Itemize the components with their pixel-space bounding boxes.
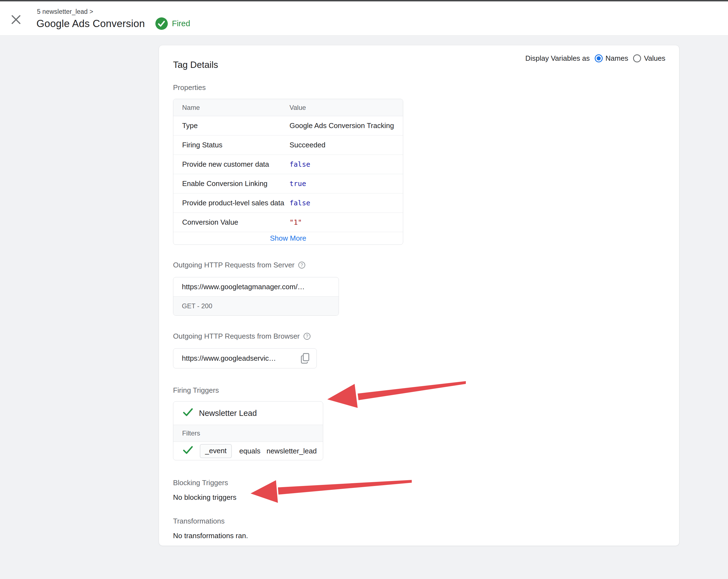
help-icon[interactable]: ? bbox=[298, 261, 306, 269]
status-label: Fired bbox=[172, 19, 190, 28]
trigger-check-icon bbox=[183, 408, 193, 418]
filter-variable-chip: _event bbox=[200, 444, 232, 458]
properties-table: Name Value Type Google Ads Conversion Tr… bbox=[173, 99, 403, 245]
row-value: Succeeded bbox=[289, 141, 403, 149]
svg-text:?: ? bbox=[301, 263, 303, 267]
status-badge: Fired bbox=[155, 17, 190, 30]
table-row: Provide product-level sales data false bbox=[173, 193, 403, 213]
row-value: true bbox=[289, 180, 403, 188]
filter-operator: equals bbox=[239, 447, 261, 455]
row-name: Firing Status bbox=[173, 141, 289, 149]
row-value: false bbox=[289, 199, 403, 207]
trigger-name: Newsletter Lead bbox=[199, 409, 257, 418]
properties-table-header: Name Value bbox=[173, 99, 403, 116]
browser-request-url: https://www.googleadservic… bbox=[182, 354, 297, 363]
copy-icon bbox=[301, 353, 310, 364]
row-name: Provide new customer data bbox=[173, 160, 289, 168]
trigger-name-row: Newsletter Lead bbox=[173, 401, 323, 425]
table-row: Provide new customer data false bbox=[173, 155, 403, 174]
server-requests-heading-text: Outgoing HTTP Requests from Server bbox=[173, 260, 294, 270]
title-row: Google Ads Conversion Fired bbox=[36, 17, 190, 30]
server-request-meta: GET - 200 bbox=[173, 296, 339, 315]
close-icon bbox=[10, 14, 22, 26]
display-variables-label: Display Variables as bbox=[525, 54, 590, 63]
help-icon[interactable]: ? bbox=[303, 333, 311, 340]
filter-check-icon bbox=[183, 446, 193, 456]
firing-triggers-heading: Firing Triggers bbox=[173, 386, 664, 395]
server-request-box: https://www.googletagmanager.com/… GET -… bbox=[173, 277, 339, 316]
show-more-link[interactable]: Show More bbox=[270, 234, 306, 243]
column-header-value: Value bbox=[289, 104, 403, 111]
transformations-heading: Transformations bbox=[173, 516, 664, 526]
column-header-name: Name bbox=[173, 104, 289, 111]
display-variables-control: Display Variables as Names Values bbox=[525, 54, 665, 63]
radio-values[interactable] bbox=[633, 54, 641, 62]
blocking-triggers-empty: No blocking triggers bbox=[173, 493, 664, 502]
filter-condition-row: _event equals newsletter_lead bbox=[173, 442, 323, 460]
row-name: Enable Conversion Linking bbox=[173, 179, 289, 188]
browser-requests-heading-text: Outgoing HTTP Requests from Browser bbox=[173, 332, 300, 341]
row-value: "1" bbox=[289, 218, 403, 226]
transformations-empty: No transformations ran. bbox=[173, 531, 664, 541]
row-name: Conversion Value bbox=[173, 218, 289, 227]
filter-value: newsletter_lead bbox=[266, 447, 317, 455]
page-title: Google Ads Conversion bbox=[36, 18, 145, 29]
firing-trigger-box: Newsletter Lead Filters _event equals ne… bbox=[173, 401, 323, 460]
row-name: Provide product-level sales data bbox=[173, 199, 289, 207]
radio-values-label[interactable]: Values bbox=[644, 54, 665, 63]
server-requests-heading: Outgoing HTTP Requests from Server ? bbox=[173, 260, 664, 270]
table-row: Enable Conversion Linking true bbox=[173, 174, 403, 193]
show-more-row: Show More bbox=[173, 232, 403, 244]
table-row: Type Google Ads Conversion Tracking bbox=[173, 116, 403, 135]
browser-requests-heading: Outgoing HTTP Requests from Browser ? bbox=[173, 332, 664, 341]
tag-detail-header: 5 newsletter_lead > Google Ads Conversio… bbox=[0, 1, 728, 35]
row-value: Google Ads Conversion Tracking bbox=[289, 122, 403, 130]
tag-details-card: Display Variables as Names Values Tag De… bbox=[159, 45, 679, 546]
browser-request-box: https://www.googleadservic… bbox=[173, 348, 317, 368]
server-request-row[interactable]: https://www.googletagmanager.com/… bbox=[173, 278, 339, 296]
window-top-edge bbox=[0, 0, 728, 1]
blocking-triggers-heading: Blocking Triggers bbox=[173, 478, 664, 488]
properties-heading: Properties bbox=[173, 83, 664, 92]
row-name: Type bbox=[173, 122, 289, 130]
table-row: Conversion Value "1" bbox=[173, 213, 403, 232]
server-request-url: https://www.googletagmanager.com/… bbox=[182, 283, 333, 291]
fired-check-icon bbox=[155, 17, 168, 30]
close-button[interactable] bbox=[10, 14, 22, 26]
breadcrumb[interactable]: 5 newsletter_lead > bbox=[37, 8, 93, 16]
row-value: false bbox=[289, 160, 403, 168]
filters-header-row: Filters bbox=[173, 425, 323, 442]
radio-names-label[interactable]: Names bbox=[605, 54, 628, 63]
browser-request-row[interactable]: https://www.googleadservic… bbox=[173, 348, 316, 368]
radio-names[interactable] bbox=[595, 54, 603, 62]
table-row: Firing Status Succeeded bbox=[173, 135, 403, 155]
copy-url-button[interactable] bbox=[301, 353, 310, 364]
svg-text:?: ? bbox=[306, 334, 308, 339]
